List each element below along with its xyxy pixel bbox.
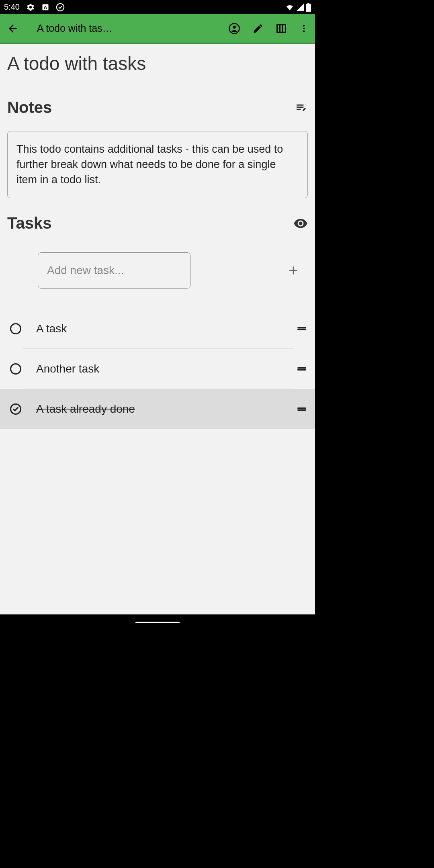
account-button[interactable] <box>228 23 240 35</box>
columns-icon <box>276 23 287 34</box>
status-bar: 5:40 A <box>0 0 315 14</box>
task-item[interactable]: A task already done <box>0 389 315 429</box>
wifi-icon <box>285 3 295 11</box>
nav-pill[interactable] <box>135 622 180 623</box>
check-circle-icon <box>10 403 22 415</box>
app-bar-title: A todo with tas… <box>26 23 225 34</box>
eye-icon <box>293 216 308 231</box>
status-right <box>285 3 311 12</box>
letter-a-icon: A <box>41 3 49 11</box>
svg-point-11 <box>303 27 305 29</box>
circle-icon <box>10 323 22 335</box>
task-list: A taskAnother taskA task already done <box>0 309 315 429</box>
signal-icon <box>296 3 304 11</box>
add-task-button[interactable] <box>285 262 301 278</box>
nav-bar <box>0 614 315 631</box>
back-button[interactable] <box>3 19 23 38</box>
status-time: 5:40 <box>4 2 20 12</box>
columns-button[interactable] <box>276 23 287 34</box>
more-button[interactable] <box>299 24 309 33</box>
task-checkbox[interactable] <box>10 403 22 415</box>
account-circle-icon <box>228 23 240 35</box>
status-left: 5:40 A <box>4 2 65 12</box>
more-vert-icon <box>299 24 309 33</box>
svg-point-6 <box>233 25 236 29</box>
edit-notes-button[interactable] <box>295 101 308 114</box>
svg-rect-7 <box>277 25 286 32</box>
task-label: A task <box>36 322 281 335</box>
svg-point-10 <box>303 25 305 26</box>
svg-rect-3 <box>306 4 311 12</box>
drag-handle[interactable] <box>296 363 308 375</box>
task-item[interactable]: A task <box>0 309 315 349</box>
notes-section: Notes This todo contains additional task… <box>0 98 315 198</box>
task-checkbox[interactable] <box>10 323 22 335</box>
task-label: Another task <box>36 362 281 375</box>
page-title: A todo with tasks <box>0 44 315 98</box>
gear-icon <box>26 3 35 12</box>
svg-point-12 <box>303 30 305 32</box>
drag-handle-icon <box>296 363 307 375</box>
svg-rect-4 <box>307 3 309 4</box>
plus-icon <box>287 264 299 276</box>
svg-point-15 <box>11 324 21 334</box>
battery-icon <box>306 3 311 12</box>
drag-handle[interactable] <box>296 403 308 415</box>
app-bar: A todo with tas… <box>0 14 315 44</box>
drag-handle-icon <box>296 323 307 334</box>
circle-icon <box>10 363 22 375</box>
drag-handle[interactable] <box>296 323 308 335</box>
arrow-left-icon <box>7 23 18 34</box>
task-label: A task already done <box>36 403 281 416</box>
tasks-heading: Tasks <box>7 214 51 232</box>
check-circle-icon <box>56 3 65 12</box>
app-bar-actions <box>228 23 312 35</box>
edit-button[interactable] <box>252 23 264 34</box>
notes-heading: Notes <box>7 98 52 117</box>
notes-content[interactable]: This todo contains additional tasks - th… <box>7 131 308 198</box>
tasks-section: Tasks A taskAnother taskA task already d… <box>0 214 315 429</box>
svg-point-18 <box>11 364 21 374</box>
add-task-row <box>0 252 315 309</box>
svg-text:A: A <box>44 4 47 10</box>
drag-handle-icon <box>296 403 307 415</box>
tasks-header: Tasks <box>0 214 315 232</box>
task-item[interactable]: Another task <box>0 349 315 389</box>
notes-header: Notes <box>7 98 308 117</box>
playlist-edit-icon <box>295 101 308 114</box>
content: A todo with tasks Notes This todo contai… <box>0 44 315 614</box>
add-task-input[interactable] <box>38 252 190 289</box>
task-checkbox[interactable] <box>10 363 22 375</box>
pencil-icon <box>252 23 264 34</box>
visibility-button[interactable] <box>293 216 308 231</box>
